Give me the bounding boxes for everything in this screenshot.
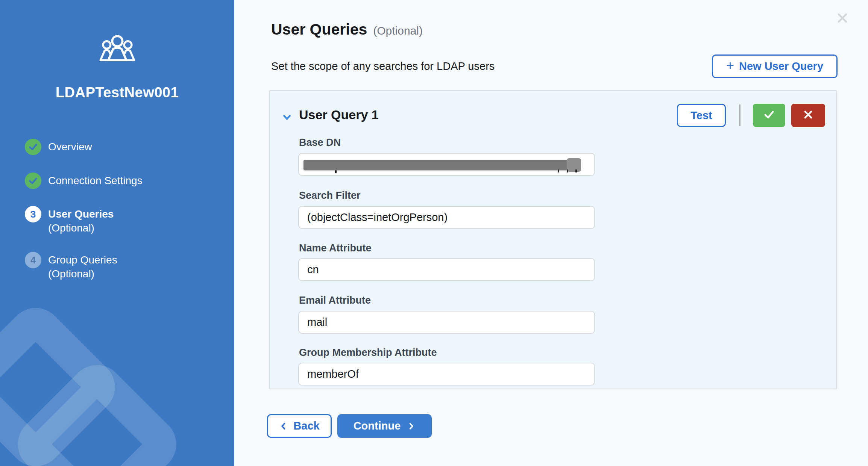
query-title: User Query 1 — [299, 107, 379, 122]
sidebar-step-overview[interactable]: Overview — [25, 139, 92, 155]
redaction-descender — [575, 169, 577, 172]
delete-query-button[interactable] — [791, 104, 825, 127]
name-attribute-label: Name Attribute — [299, 242, 372, 254]
chevron-right-icon — [407, 422, 416, 431]
new-user-query-label: New User Query — [739, 60, 823, 73]
step-complete-check-icon — [25, 172, 41, 189]
sidebar-step-connection-settings[interactable]: Connection Settings — [25, 172, 143, 189]
step-label: Overview — [48, 139, 92, 154]
step-label: User Queries (Optional) — [48, 206, 114, 235]
continue-button[interactable]: Continue — [337, 414, 432, 438]
step-number-badge: 3 — [25, 206, 41, 222]
step-label: Connection Settings — [48, 172, 143, 188]
redaction-descender — [335, 170, 337, 173]
sidebar-step-group-queries[interactable]: 4 Group Queries (Optional) — [25, 252, 117, 281]
name-attribute-input[interactable] — [298, 258, 595, 281]
page-title-optional: (Optional) — [373, 24, 423, 37]
group-membership-attribute-label: Group Membership Attribute — [299, 347, 437, 359]
step-number-badge: 4 — [25, 252, 41, 268]
group-membership-attribute-input[interactable] — [298, 363, 595, 386]
page-title-row: User Queries (Optional) — [271, 21, 423, 38]
base-dn-input[interactable]: c — [298, 153, 595, 176]
wizard-sidebar: LDAPTestNew001 Overview Connection Setti… — [0, 0, 234, 466]
sidebar-step-user-queries[interactable]: 3 User Queries (Optional) — [25, 206, 114, 235]
connection-name-title: LDAPTestNew001 — [0, 85, 234, 101]
search-filter-label: Search Filter — [299, 190, 361, 201]
close-icon[interactable] — [833, 9, 851, 27]
page-subtitle: Set the scope of any searches for LDAP u… — [271, 60, 495, 73]
test-button-label: Test — [690, 109, 712, 122]
user-query-panel — [269, 90, 837, 389]
redaction-descender — [558, 169, 559, 172]
redaction-descender — [567, 169, 568, 172]
back-button[interactable]: Back — [267, 414, 332, 438]
redaction-bar — [303, 160, 577, 170]
step-complete-check-icon — [25, 139, 41, 155]
back-button-label: Back — [293, 420, 319, 432]
new-user-query-button[interactable]: + New User Query — [712, 54, 838, 78]
x-icon — [803, 109, 814, 122]
step-optional-label: (Optional) — [48, 267, 117, 281]
search-filter-input[interactable] — [298, 206, 595, 229]
chevron-down-icon[interactable] — [281, 112, 293, 124]
button-divider — [739, 104, 741, 126]
step-optional-label: (Optional) — [48, 221, 114, 235]
step-label: Group Queries (Optional) — [48, 252, 117, 281]
ldap-wizard-modal: LDAPTestNew001 Overview Connection Setti… — [0, 0, 868, 466]
continue-button-label: Continue — [354, 420, 401, 432]
redaction-bar-cap — [567, 158, 581, 172]
page-title: User Queries — [271, 21, 367, 38]
check-icon — [763, 109, 775, 122]
base-dn-label: Base DN — [299, 137, 341, 148]
people-group-icon — [0, 35, 234, 66]
confirm-query-button[interactable] — [753, 104, 785, 127]
email-attribute-input[interactable] — [298, 311, 595, 334]
test-button[interactable]: Test — [677, 104, 726, 127]
chevron-left-icon — [279, 422, 288, 431]
plus-icon: + — [726, 59, 734, 73]
email-attribute-label: Email Attribute — [299, 295, 371, 306]
